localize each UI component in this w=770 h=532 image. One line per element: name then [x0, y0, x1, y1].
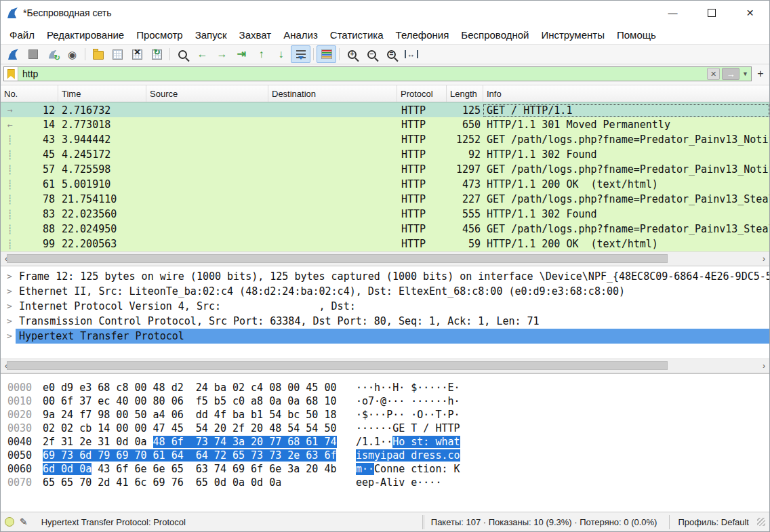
detail-row-1[interactable]: >Ethernet II, Src: LiteonTe_ba:02:c4 (48…	[1, 284, 769, 299]
cell-length: 650	[447, 119, 483, 131]
column-header-no[interactable]: No.	[1, 85, 58, 102]
menu-item-0[interactable]: Файл	[3, 27, 41, 43]
restart-capture-button[interactable]: ↻	[43, 45, 62, 63]
column-header-time[interactable]: Time	[58, 85, 146, 102]
profile-selector[interactable]: Профиль: Default	[669, 515, 752, 529]
packet-list-hscrollbar[interactable]: ‹ ›	[1, 251, 769, 266]
scroll-right-arrow[interactable]: ›	[758, 254, 769, 264]
minimize-button[interactable]: —	[653, 1, 692, 25]
filter-input[interactable]: http	[18, 68, 707, 79]
packet-row-78[interactable]: ┊7821.754110HTTP227GET /path/logs.php?fn…	[1, 192, 769, 207]
related-packet-marker: ┊	[1, 239, 20, 249]
file-grid-icon	[113, 49, 123, 60]
hex-row-0030[interactable]: 003002 02 cb 14 00 00 47 45 54 20 2f 20 …	[1, 422, 769, 435]
filter-bookmark-button[interactable]	[4, 67, 18, 81]
close-file-button[interactable]: ✕	[127, 45, 147, 63]
close-button[interactable]: ✕	[731, 1, 769, 25]
scrollbar-thumb[interactable]	[7, 254, 668, 263]
title-bar: *Беспроводная сеть — ✕	[1, 1, 769, 25]
cell-protocol: HTTP	[397, 223, 447, 235]
menu-item-4[interactable]: Захват	[233, 27, 278, 43]
expand-chevron-icon[interactable]: >	[1, 269, 16, 284]
go-to-packet-button[interactable]: ⇥	[232, 45, 251, 63]
packet-row-12[interactable]: →122.716732HTTP125GET / HTTP/1.1	[1, 102, 769, 117]
hex-row-0050[interactable]: 005069 73 6d 79 69 70 61 64 64 72 65 73 …	[1, 449, 769, 462]
menu-item-8[interactable]: Беспроводной	[455, 27, 535, 43]
go-first-packet-button[interactable]: ↑	[251, 45, 271, 63]
packet-row-61[interactable]: ┊615.001910HTTP473HTTP/1.1 200 OK (text/…	[1, 177, 769, 192]
menu-item-5[interactable]: Анализ	[277, 27, 324, 43]
packet-row-99[interactable]: ┊9922.200563HTTP59HTTP/1.1 200 OK (text/…	[1, 237, 769, 251]
filter-clear-button[interactable]: ✕	[707, 68, 720, 80]
filter-dropdown-button[interactable]: ▼	[742, 70, 749, 77]
save-file-button[interactable]	[108, 45, 127, 63]
ascii-plain: ·$···P·· ·O··T·P·	[356, 409, 460, 421]
start-capture-button[interactable]	[3, 45, 23, 63]
window-title: *Беспроводная сеть	[23, 7, 112, 18]
auto-scroll-button[interactable]	[291, 45, 310, 63]
expand-chevron-icon[interactable]: >	[1, 329, 16, 344]
hex-row-0010[interactable]: 001000 6f 37 ec 40 00 80 06 f5 b5 c0 a8 …	[1, 394, 769, 408]
zoom-normal-button[interactable]: =	[382, 45, 401, 63]
column-header-dst[interactable]: Destination	[268, 85, 397, 102]
scroll-right-arrow[interactable]: ›	[758, 361, 769, 371]
menu-item-3[interactable]: Запуск	[189, 27, 233, 43]
capture-options-button[interactable]: ◉	[62, 45, 82, 63]
column-header-src[interactable]: Source	[146, 85, 268, 102]
expand-chevron-icon[interactable]: >	[1, 299, 16, 314]
detail-row-3[interactable]: >Transmission Control Protocol, Src Port…	[1, 314, 769, 329]
detail-row-2[interactable]: >Internet Protocol Version 4, Src: , Dst…	[1, 299, 769, 314]
column-header-proto[interactable]: Protocol	[397, 85, 447, 102]
hex-plain: 65 65 70 2d 41 6c 69 76 65 0d 0a 0d 0a	[43, 476, 281, 489]
hex-bytes: 00 6f 37 ec 40 00 80 06 f5 b5 c0 a8 0a 0…	[43, 394, 334, 408]
go-last-packet-button[interactable]: ↓	[271, 45, 291, 63]
packet-row-57[interactable]: ┊574.725598HTTP1297GET /path/logs.php?fn…	[1, 162, 769, 177]
hex-row-0040[interactable]: 00402f 31 2e 31 0d 0a 48 6f 73 74 3a 20 …	[1, 435, 769, 449]
display-filter-field[interactable]: http ✕ → ▼	[3, 66, 752, 81]
resize-columns-button[interactable]: ↔	[401, 45, 421, 63]
capture-comment-icon[interactable]: ✎	[20, 516, 28, 527]
menu-item-7[interactable]: Телефония	[390, 27, 455, 43]
maximize-button[interactable]	[692, 1, 731, 25]
hex-row-0070[interactable]: 007065 65 70 2d 41 6c 69 76 65 0d 0a 0d …	[1, 476, 769, 489]
zoom-in-button[interactable]: +	[342, 45, 362, 63]
resize-grip[interactable]	[757, 518, 765, 526]
expert-info-icon[interactable]	[5, 517, 14, 527]
colorize-packets-button[interactable]	[317, 45, 336, 63]
menu-item-9[interactable]: Инструменты	[535, 27, 611, 43]
packet-row-14[interactable]: ←142.773018HTTP650HTTP/1.1 301 Moved Per…	[1, 117, 769, 132]
detail-text: Ethernet II, Src: LiteonTe_ba:02:c4 (48:…	[19, 285, 625, 298]
zoom-out-button[interactable]: −	[362, 45, 382, 63]
cell-length: 1297	[447, 163, 483, 176]
column-header-len[interactable]: Length	[447, 85, 483, 102]
hex-row-0000[interactable]: 0000e0 d9 e3 68 c8 00 48 d2 24 ba 02 c4 …	[1, 381, 769, 394]
detail-row-0[interactable]: >Frame 12: 125 bytes on wire (1000 bits)…	[1, 269, 769, 284]
ascii-plain: Conne ction: K	[374, 463, 460, 475]
cell-info: GET /path/logs.php?fname=Predator_Painv1…	[483, 223, 769, 235]
go-back-button[interactable]: ←	[192, 45, 212, 63]
detail-row-4[interactable]: >Hypertext Transfer Protocol	[1, 329, 769, 344]
packet-row-43[interactable]: ┊433.944442HTTP1252GET /path/logs.php?fn…	[1, 132, 769, 147]
find-packet-button[interactable]	[173, 45, 192, 63]
filter-apply-button[interactable]: →	[722, 68, 739, 80]
packet-row-45[interactable]: ┊454.245172HTTP92HTTP/1.1 302 Found	[1, 147, 769, 162]
menu-item-2[interactable]: Просмотр	[130, 27, 189, 43]
expand-chevron-icon[interactable]: >	[1, 284, 16, 299]
expand-chevron-icon[interactable]: >	[1, 314, 16, 329]
reload-file-button[interactable]: ↻	[147, 45, 167, 63]
menu-item-6[interactable]: Статистика	[324, 27, 390, 43]
hex-row-0060[interactable]: 00606d 0d 0a 43 6f 6e 6e 65 63 74 69 6f …	[1, 462, 769, 476]
hex-row-0020[interactable]: 00209a 24 f7 98 00 50 a4 06 dd 4f ba b1 …	[1, 408, 769, 422]
scrollbar-thumb[interactable]	[7, 361, 668, 370]
packet-row-88[interactable]: ┊8822.024950HTTP456GET /path/logs.php?fn…	[1, 222, 769, 237]
menu-item-1[interactable]: Редактирование	[41, 27, 130, 43]
open-file-button[interactable]	[88, 45, 108, 63]
go-forward-button[interactable]: →	[212, 45, 232, 63]
stop-capture-button[interactable]	[23, 45, 43, 63]
filter-add-button[interactable]: +	[754, 68, 767, 80]
menu-item-10[interactable]: Помощь	[611, 27, 662, 43]
packet-row-83[interactable]: ┊8322.023560HTTP555HTTP/1.1 302 Found	[1, 207, 769, 222]
details-hscrollbar[interactable]: ‹ ›	[1, 359, 769, 373]
hex-offset: 0020	[7, 408, 35, 422]
column-header-info[interactable]: Info	[483, 85, 769, 102]
